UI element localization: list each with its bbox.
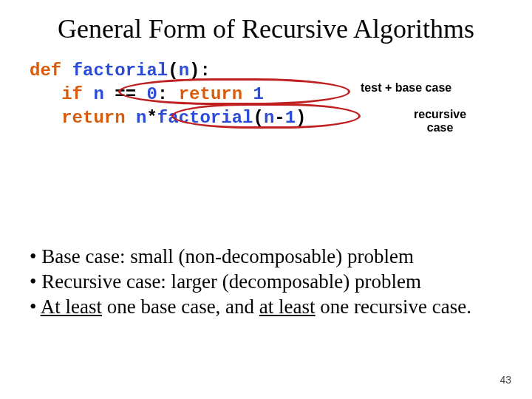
bullet-2: • Recursive case: larger (decomposable) …	[27, 269, 502, 294]
kw-return-1: return	[179, 84, 242, 104]
lparen2: (	[253, 108, 263, 128]
bullet-3-suffix: one recursive case.	[316, 296, 471, 318]
colon: :	[200, 61, 210, 81]
label-case: case	[427, 121, 454, 134]
bullet-3-underline-1: At least	[41, 296, 102, 318]
slide-title: General Form of Recursive Algorithms	[0, 0, 532, 44]
label-recursive: recursive	[414, 108, 466, 120]
bullet-3: • At least one base case, and at least o…	[27, 294, 502, 319]
lparen: (	[168, 61, 178, 81]
lit-zero: 0	[146, 84, 157, 104]
page-number: 43	[499, 374, 511, 386]
lit-one: 1	[253, 84, 264, 104]
kw-return-2: return	[61, 108, 125, 128]
op-star: *	[146, 108, 157, 128]
var-n-3: n	[264, 108, 274, 128]
label-test-base-case: test + base case	[361, 81, 451, 95]
var-n-2: n	[136, 108, 146, 128]
code-block: def factorial(n): if n == 0: return 1 re…	[30, 59, 307, 130]
bullet-1: • Base case: small (non-decomposable) pr…	[27, 244, 502, 269]
rparen: )	[189, 61, 200, 81]
bullet-3-prefix: •	[30, 296, 41, 318]
var-n: n	[93, 84, 103, 104]
lit-one-2: 1	[285, 108, 296, 128]
bullet-list: • Base case: small (non-decomposable) pr…	[27, 244, 502, 319]
rparen2: )	[296, 108, 306, 128]
code-line-1: def factorial(n):	[30, 59, 307, 83]
op-minus: -	[274, 108, 284, 128]
bullet-3-underline-2: at least	[259, 296, 316, 318]
code-line-2: if n == 0: return 1	[30, 83, 307, 106]
bullet-3-mid: one base case, and	[102, 296, 259, 318]
op-eq: ==	[104, 84, 147, 104]
code-line-3: return n*factorial(n-1)	[30, 106, 307, 130]
colon2: :	[157, 84, 168, 104]
param-n: n	[179, 61, 189, 81]
fn-call: factorial	[157, 108, 253, 128]
fn-name: factorial	[72, 61, 168, 81]
label-recursive-case: recursive case	[414, 108, 466, 134]
slide: General Form of Recursive Algorithms def…	[0, 0, 532, 399]
kw-if: if	[61, 84, 83, 104]
kw-def: def	[30, 61, 61, 81]
